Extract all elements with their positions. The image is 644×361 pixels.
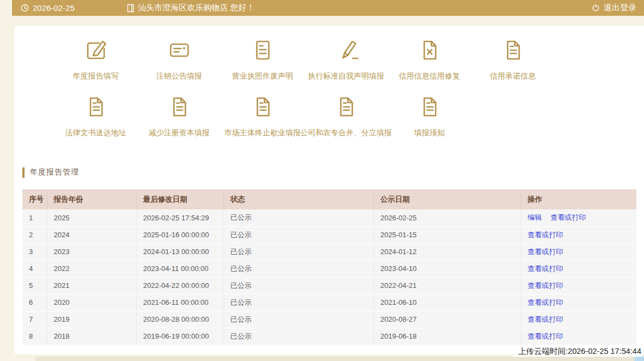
status-text: 已公示 bbox=[224, 226, 374, 243]
table-header-row: 序号报告年份最后修改日期状态公示日期操作 bbox=[22, 189, 636, 209]
shortcut-filing-instructions[interactable]: 填报须知 bbox=[388, 94, 471, 138]
table-row: 720192020-08-28 00:00:00已公示2020-08-27查看或… bbox=[22, 311, 636, 328]
publish-date: 2024-01-12 bbox=[374, 243, 521, 260]
column-header: 操作 bbox=[521, 189, 636, 209]
actions-cell: 查看或打印 bbox=[521, 260, 636, 277]
publish-date: 2023-04-10 bbox=[374, 260, 521, 277]
shortcut-license-void-declaration[interactable]: 营业执照作废声明 bbox=[221, 37, 304, 81]
document-fold-lines-icon bbox=[333, 94, 359, 120]
shortcut-cancellation-announcement[interactable]: 注销公告填报 bbox=[137, 37, 221, 81]
shortcut-label: 公司和农专合并、分立填报 bbox=[300, 128, 392, 138]
table-row: 620202021-06-11 00:00:00已公示2021-06-10查看或… bbox=[22, 294, 636, 311]
report-year: 2022 bbox=[47, 260, 136, 277]
store-greeting: 汕头市澄海区欢乐购物店 您好！ bbox=[127, 3, 255, 13]
publish-date: 2026-02-25 bbox=[374, 209, 521, 226]
view-or-print-link[interactable]: 查看或打印 bbox=[528, 264, 563, 273]
publish-date: 2020-08-27 bbox=[374, 311, 521, 328]
edit-link[interactable]: 编辑 bbox=[528, 213, 542, 221]
column-header: 序号 bbox=[22, 189, 47, 209]
row-number: 8 bbox=[22, 328, 47, 345]
view-or-print-link[interactable]: 查看或打印 bbox=[528, 298, 563, 306]
publish-date: 2022-04-21 bbox=[374, 277, 521, 294]
store-greeting-text: 汕头市澄海区欢乐购物店 您好！ bbox=[138, 3, 255, 13]
view-or-print-link[interactable]: 查看或打印 bbox=[528, 248, 563, 256]
actions-cell: 查看或打印 bbox=[521, 277, 636, 294]
table-row: 520212022-04-22 00:00:00已公示2022-04-21查看或… bbox=[22, 277, 636, 294]
last-modified-date: 2024-01-13 00:00:00 bbox=[136, 243, 224, 260]
view-or-print-link[interactable]: 查看或打印 bbox=[551, 213, 586, 221]
status-text: 已公示 bbox=[224, 311, 374, 328]
report-year: 2020 bbox=[47, 294, 136, 311]
logout-label: 退出登录 bbox=[604, 3, 636, 13]
shortcut-label: 注销公告填报 bbox=[157, 71, 202, 81]
shortcut-label: 信用承诺信息 bbox=[490, 71, 536, 81]
shortcut-label: 填报须知 bbox=[414, 128, 445, 138]
shortcut-business-suspension[interactable]: 市场主体终止歇业填报 bbox=[221, 94, 304, 138]
table-row: 120252026-02-25 17:54:29已公示2026-02-25编辑查… bbox=[22, 209, 636, 226]
actions-cell: 查看或打印 bbox=[521, 243, 636, 260]
report-table-body: 120252026-02-25 17:54:29已公示2026-02-25编辑查… bbox=[22, 209, 636, 345]
actions-cell: 查看或打印 bbox=[521, 328, 636, 345]
shortcut-credit-commitment[interactable]: 信用承诺信息 bbox=[471, 37, 555, 81]
actions-cell: 查看或打印 bbox=[521, 294, 636, 311]
section-title: 年度报告管理 bbox=[30, 167, 79, 177]
table-row: 420222023-04-11 00:00:00已公示2023-04-10查看或… bbox=[22, 260, 636, 277]
status-text: 已公示 bbox=[224, 328, 374, 345]
document-fold-lines-icon bbox=[250, 94, 276, 120]
row-number: 5 bbox=[22, 277, 47, 294]
actions-cell: 查看或打印 bbox=[521, 311, 636, 328]
status-text: 已公示 bbox=[224, 243, 374, 260]
view-or-print-link[interactable]: 查看或打印 bbox=[528, 315, 563, 323]
current-date: 2026-02-25 bbox=[21, 3, 75, 13]
shortcut-row-1: 年度报告填写 注销公告填报 营业执照作废声明 执行标准自我声明填报 bbox=[54, 37, 644, 81]
status-text: 已公示 bbox=[224, 294, 374, 311]
row-number: 6 bbox=[22, 294, 47, 311]
document-fold-lines-icon bbox=[417, 94, 443, 120]
shortcut-credit-repair[interactable]: 信用信息信用修复 bbox=[388, 37, 471, 81]
shortcut-annual-report-fill[interactable]: 年度报告填写 bbox=[54, 37, 137, 81]
report-year: 2023 bbox=[47, 243, 136, 260]
section-header: 年度报告管理 bbox=[22, 167, 644, 178]
status-text: 已公示 bbox=[224, 209, 374, 226]
last-modified-date: 2026-02-25 17:54:29 bbox=[136, 209, 224, 226]
shortcut-label: 市场主体终止歇业填报 bbox=[225, 128, 301, 138]
document-fold-lines-icon bbox=[166, 94, 192, 120]
report-year: 2018 bbox=[47, 328, 136, 345]
status-text: 已公示 bbox=[224, 260, 374, 277]
shortcut-capital-reduction[interactable]: 减少注册资本填报 bbox=[137, 94, 221, 138]
card-announcement-icon bbox=[166, 37, 192, 63]
main-card: 年度报告填写 注销公告填报 营业执照作废声明 执行标准自我声明填报 bbox=[14, 26, 644, 354]
document-x-icon bbox=[417, 37, 443, 63]
report-year: 2025 bbox=[47, 209, 136, 226]
shortcut-merger-division[interactable]: 公司和农专合并、分立填报 bbox=[304, 94, 388, 138]
date-text: 2026-02-25 bbox=[33, 3, 75, 13]
logout-button[interactable]: 退出登录 bbox=[592, 3, 636, 13]
report-year: 2019 bbox=[47, 311, 136, 328]
view-or-print-link[interactable]: 查看或打印 bbox=[528, 281, 563, 290]
document-fold-lines-icon bbox=[500, 37, 526, 63]
shortcut-label: 信用信息信用修复 bbox=[399, 71, 460, 81]
document-fold-lines-icon bbox=[83, 94, 109, 120]
annual-report-table: 序号报告年份最后修改日期状态公示日期操作 120252026-02-25 17:… bbox=[22, 189, 636, 345]
row-number: 1 bbox=[22, 209, 47, 226]
status-text: 已公示 bbox=[224, 277, 374, 294]
shortcut-legal-document-address[interactable]: 法律文书送达地址 bbox=[54, 94, 137, 138]
last-modified-date: 2023-04-11 00:00:00 bbox=[136, 260, 224, 277]
actions-cell: 查看或打印 bbox=[521, 226, 636, 243]
edit-square-icon bbox=[83, 37, 109, 63]
row-number: 7 bbox=[22, 311, 47, 328]
last-modified-date: 2022-04-22 00:00:00 bbox=[136, 277, 224, 294]
column-header: 状态 bbox=[224, 189, 374, 209]
column-header: 报告年份 bbox=[47, 189, 136, 209]
table-row: 320232024-01-13 00:00:00已公示2024-01-12查看或… bbox=[22, 243, 636, 260]
view-or-print-link[interactable]: 查看或打印 bbox=[528, 231, 563, 239]
column-header: 公示日期 bbox=[374, 189, 521, 209]
publish-date: 2021-06-10 bbox=[374, 294, 521, 311]
view-or-print-link[interactable]: 查看或打印 bbox=[528, 332, 563, 340]
report-year: 2021 bbox=[47, 277, 136, 294]
last-modified-date: 2020-08-28 00:00:00 bbox=[136, 311, 224, 328]
shortcut-label: 营业执照作废声明 bbox=[232, 71, 293, 81]
shortcut-standard-self-declaration[interactable]: 执行标准自我声明填报 bbox=[304, 37, 388, 81]
table-row: 820182019-06-19 00:00:00已公示2019-06-18查看或… bbox=[22, 328, 636, 345]
topbar: 2026-02-25 汕头市澄海区欢乐购物店 您好！ 退出登录 bbox=[12, 0, 644, 16]
